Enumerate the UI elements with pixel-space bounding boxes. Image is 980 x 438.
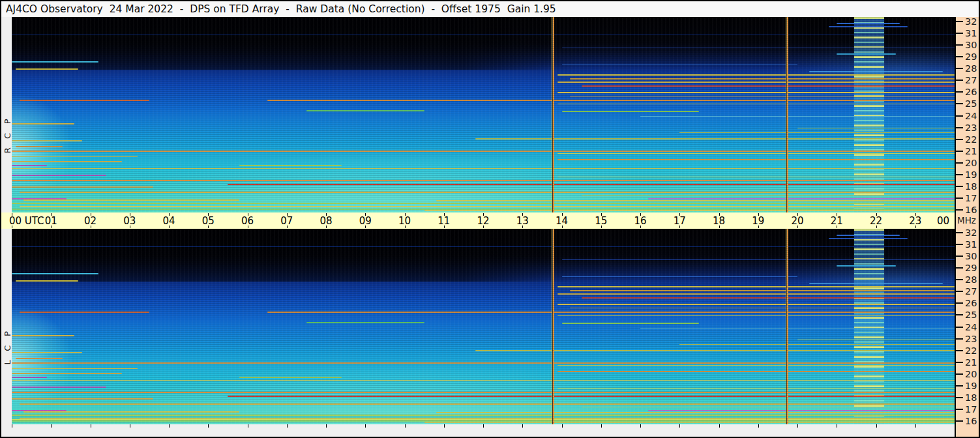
rfi-line (837, 53, 895, 55)
rfi-line (557, 365, 955, 366)
frequency-tick-dash (956, 256, 963, 257)
rfi-line (12, 61, 98, 63)
rfi-line (12, 352, 82, 353)
rfi-line (829, 26, 908, 27)
rfi-line (679, 132, 955, 133)
rfi-line (228, 184, 955, 185)
interference-band (854, 229, 883, 424)
rfi-line (12, 335, 74, 336)
rfi-line (582, 85, 955, 87)
rfi-line (582, 297, 955, 299)
rfi-line (809, 283, 943, 284)
hour-tick (51, 424, 52, 428)
frequency-tick-label: 29 (965, 51, 977, 62)
frequency-tick-dash (956, 302, 963, 304)
frequency-tick: 28 (956, 63, 977, 74)
rfi-line (562, 48, 955, 48)
rfi-line (557, 293, 955, 295)
frequency-tick-label: 18 (965, 392, 977, 403)
rfi-line (12, 392, 955, 393)
rfi-line (557, 104, 955, 104)
frequency-unit-label: MHz (957, 215, 976, 226)
rfi-line (16, 280, 78, 282)
hour-label: 02 (84, 215, 97, 227)
frequency-tick-label: 28 (965, 63, 977, 74)
rfi-line (436, 412, 955, 413)
rfi-line (16, 358, 63, 359)
frequency-tick: 23 (956, 334, 977, 344)
hour-label: 17 (674, 215, 686, 227)
rfi-line (570, 96, 955, 96)
hour-tick (915, 424, 916, 428)
frequency-scale-lcp: 3231302928272625242322212019181716 (956, 233, 979, 421)
rfi-line (557, 304, 955, 305)
frequency-tick: 31 (956, 28, 977, 38)
time-axis: 00 UTC0102030405060708091011121314151617… (1, 212, 955, 229)
frequency-tick: 28 (956, 274, 977, 285)
frequency-tick-dash (956, 68, 963, 69)
hour-tick (130, 424, 130, 428)
frequency-tick: 31 (956, 239, 977, 250)
bottom-tick-strip (1, 424, 955, 437)
frequency-gutter: 3231302928272625242322212019181716 MHz 3… (955, 17, 979, 437)
spectrogram-page: AJ4CO Observatory 24 Mar 2022 - DPS on T… (0, 0, 980, 438)
rfi-line (12, 273, 98, 274)
hour-tick (797, 424, 798, 428)
rfi-line (648, 198, 955, 199)
hour-label: 14 (556, 215, 568, 227)
frequency-tick-dash (956, 373, 963, 375)
rfi-line (570, 290, 955, 291)
frequency-tick-label: 23 (965, 123, 977, 133)
page-title: AJ4CO Observatory 24 Mar 2022 - DPS on T… (6, 3, 556, 15)
frequency-tick-label: 31 (965, 28, 977, 38)
frequency-tick-dash (956, 139, 963, 140)
frequency-tick-dash (956, 33, 963, 34)
frequency-tick-label: 28 (965, 274, 977, 285)
frequency-tick: 16 (956, 416, 977, 426)
rfi-line (12, 168, 955, 169)
rfi-line (562, 111, 700, 112)
rfi-line (12, 373, 122, 374)
rfi-line (562, 323, 700, 324)
rfi-line (12, 380, 955, 381)
frequency-tick-dash (956, 409, 963, 410)
hour-label: 00 UTC (9, 215, 44, 227)
rfi-line (582, 407, 955, 407)
rfi-line (20, 403, 955, 405)
rfi-line (837, 265, 895, 267)
frequency-tick: 30 (956, 251, 977, 261)
rfi-line (12, 161, 122, 162)
rfi-line (640, 328, 955, 328)
frequency-tick: 22 (956, 345, 977, 356)
frequency-tick-label: 22 (965, 345, 977, 356)
frequency-tick: 26 (956, 87, 977, 97)
frequency-tick: 18 (956, 392, 977, 403)
frequency-tick-dash (956, 44, 963, 46)
hour-label: 06 (241, 215, 254, 227)
frequency-tick-label: 32 (965, 16, 977, 27)
rfi-line (12, 377, 47, 378)
rfi-line (12, 398, 153, 400)
frequency-tick-label: 17 (965, 193, 977, 203)
frequency-tick-label: 22 (965, 134, 977, 145)
rfi-line (12, 35, 955, 35)
hour-tick (483, 424, 484, 428)
hour-label: 16 (634, 215, 646, 227)
rfi-line (562, 259, 955, 260)
frequency-tick-dash (956, 279, 963, 280)
frequency-tick-dash (956, 362, 963, 363)
hour-label: 15 (595, 215, 607, 227)
frequency-tick-label: 16 (965, 416, 977, 426)
rfi-line (23, 199, 239, 201)
transit-marker (552, 229, 554, 424)
rfi-line (557, 74, 955, 76)
rfi-line (12, 140, 82, 141)
high-frequency-dark-region (12, 229, 955, 282)
spectrogram-panel-rcp (12, 17, 955, 212)
rfi-line (570, 78, 955, 80)
frequency-tick-label: 30 (965, 251, 977, 261)
frequency-tick-label: 31 (965, 239, 977, 250)
hour-tick (169, 424, 170, 428)
rfi-line (557, 92, 955, 93)
rfi-line (23, 411, 239, 413)
